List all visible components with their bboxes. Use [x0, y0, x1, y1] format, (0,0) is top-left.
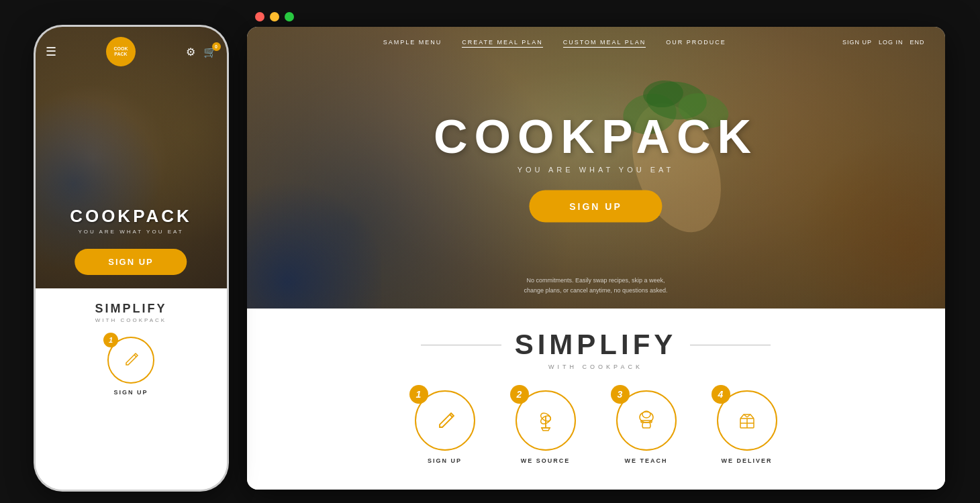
- nav-sample-menu[interactable]: SAMPLE MENU: [383, 39, 442, 46]
- box-icon: [734, 408, 760, 433]
- phone-steps: 1 SIGN UP: [107, 337, 154, 396]
- signup-pencil-icon: [432, 408, 458, 433]
- desktop-browser: SAMPLE MENU CREATE MEAL PLAN CUSTOM MEAL…: [247, 27, 945, 490]
- phone-hero: ☰ COOK PACK ⚙ 🛒 0 COOKPACK YOU ARE WHAT …: [36, 27, 227, 288]
- phone-simplify-header: SIMPLIFY WITH COOKPACK: [95, 302, 166, 323]
- desktop-signup-button[interactable]: SIGN UP: [529, 190, 663, 223]
- phone-nav: ☰ COOK PACK ⚙ 🛒 0: [36, 37, 227, 66]
- desktop-nav: SAMPLE MENU CREATE MEAL PLAN CUSTOM MEAL…: [247, 27, 945, 58]
- nav-end[interactable]: END: [910, 39, 924, 46]
- desktop-hero-content: COOKPACK YOU ARE WHAT YOU EAT SIGN UP: [434, 113, 758, 223]
- desktop-brand-sub: YOU ARE WHAT YOU EAT: [434, 166, 758, 174]
- step-teach: 3: [616, 390, 677, 464]
- desktop-simplify-title: SIMPLIFY: [515, 329, 677, 361]
- scene: ☰ COOK PACK ⚙ 🛒 0 COOKPACK YOU ARE WHAT …: [0, 0, 980, 503]
- phone-bottom-section: SIMPLIFY WITH COOKPACK 1 SIGN UP: [36, 288, 227, 490]
- nav-our-produce[interactable]: OUR PRODUCE: [666, 39, 726, 46]
- phone-brand-sub: YOU ARE WHAT YOU EAT: [36, 229, 227, 235]
- nav-create-meal-plan[interactable]: CREATE MEAL PLAN: [462, 39, 543, 46]
- step-3-badge: 3: [611, 385, 630, 404]
- step-1-wrap: 1: [415, 390, 475, 451]
- chef-icon: [634, 408, 659, 433]
- desktop-hero-footnote: No commitments. Easily swap recipes, ski…: [524, 276, 667, 295]
- phone-brand: COOKPACK YOU ARE WHAT YOU EAT: [36, 206, 227, 235]
- step-source: 2: [516, 390, 576, 464]
- phone-brand-title: COOKPACK: [36, 206, 227, 227]
- phone-step-1-label: SIGN UP: [113, 389, 148, 396]
- desktop-steps: 1 SIGN UP 2: [415, 390, 777, 464]
- desktop-bottom-section: SIMPLIFY WITH COOKPACK 1: [247, 309, 945, 490]
- hamburger-icon[interactable]: ☰: [46, 46, 56, 58]
- cart-count: 0: [212, 42, 221, 51]
- traffic-light-red[interactable]: [255, 12, 264, 21]
- pencil-icon: [121, 350, 141, 370]
- phone-simplify-title: SIMPLIFY: [95, 302, 166, 316]
- nav-links: SAMPLE MENU CREATE MEAL PLAN CUSTOM MEAL…: [267, 39, 842, 46]
- step-3-wrap: 3: [616, 390, 677, 451]
- step-signup: 1 SIGN UP: [415, 390, 475, 464]
- desktop-simplify-sub: WITH COOKPACK: [548, 364, 643, 370]
- phone-nav-icons: ⚙ 🛒 0: [186, 46, 217, 58]
- step-4-badge: 4: [712, 385, 730, 404]
- simplify-line-right: [690, 345, 771, 345]
- phone-mockup: ☰ COOK PACK ⚙ 🛒 0 COOKPACK YOU ARE WHAT …: [36, 27, 227, 490]
- traffic-light-yellow[interactable]: [270, 12, 279, 21]
- phone-logo: COOK PACK: [106, 37, 136, 66]
- step-deliver: 4: [717, 390, 777, 464]
- step-1-label: SIGN UP: [428, 457, 462, 464]
- settings-icon[interactable]: ⚙: [186, 46, 195, 58]
- traffic-light-green[interactable]: [285, 12, 294, 21]
- desktop-brand-title: COOKPACK: [434, 113, 758, 160]
- step-1-badge: 1: [409, 385, 428, 404]
- desktop-hero: SAMPLE MENU CREATE MEAL PLAN CUSTOM MEAL…: [247, 27, 945, 309]
- step-2-badge: 2: [510, 385, 529, 404]
- nav-right-links: SIGN UP LOG IN END: [842, 39, 925, 46]
- step-4-wrap: 4: [717, 390, 777, 451]
- phone-simplify-sub: WITH COOKPACK: [95, 317, 166, 323]
- nav-sign-up[interactable]: SIGN UP: [842, 39, 872, 46]
- phone-signup-button[interactable]: SIGN UP: [75, 249, 187, 275]
- traffic-lights: [255, 12, 294, 21]
- simplify-line-left: [421, 345, 501, 345]
- nav-log-in[interactable]: LOG IN: [879, 39, 903, 46]
- cart-icon-wrap[interactable]: 🛒 0: [203, 46, 217, 58]
- plant-icon: [533, 408, 558, 433]
- step-2-wrap: 2: [516, 390, 576, 451]
- step-1-badge: 1: [103, 333, 118, 347]
- simplify-header-row: SIMPLIFY: [287, 329, 905, 361]
- nav-custom-meal-plan[interactable]: CUSTOM MEAL PLAN: [563, 39, 646, 46]
- browser-content: SAMPLE MENU CREATE MEAL PLAN CUSTOM MEAL…: [247, 27, 945, 490]
- step-3-label: WE TEACH: [625, 457, 668, 464]
- step-2-label: WE SOURCE: [521, 457, 571, 464]
- phone-step-1: 1: [107, 337, 154, 384]
- step-4-label: WE DELIVER: [721, 457, 772, 464]
